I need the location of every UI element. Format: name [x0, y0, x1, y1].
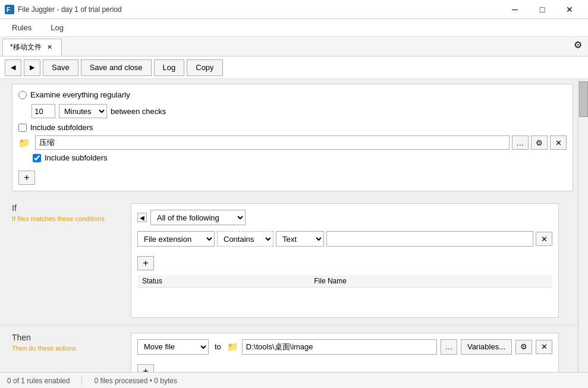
menu-bar: Rules Log	[0, 19, 588, 37]
condition-val-select[interactable]: Text Number	[276, 231, 324, 247]
interval-unit-select[interactable]: Minutes Hours Seconds	[59, 104, 107, 118]
between-label: between checks	[111, 107, 166, 116]
examine-radio-row: Examine everything regularly	[18, 90, 567, 99]
action-row-1: Move file Copy file Rename file Delete f…	[137, 339, 552, 355]
folder-row-1: 📁 … ⚙ ✕	[18, 135, 567, 150]
test-results-table: Status File Name	[137, 275, 552, 311]
close-button[interactable]: ✕	[556, 0, 583, 19]
if-section-content: ◀ All of the following Any of the follow…	[131, 203, 578, 318]
svg-text:F: F	[7, 7, 10, 13]
then-box: Move file Copy file Rename file Delete f…	[131, 333, 559, 373]
destination-settings-btn[interactable]: ⚙	[515, 340, 532, 354]
tab-active[interactable]: *移动文件 ✕	[2, 39, 62, 56]
title-bar: F File Juggler - day 1 of trial period ─…	[0, 0, 588, 19]
window-controls: ─ □ ✕	[501, 0, 583, 19]
menu-rules[interactable]: Rules	[2, 19, 41, 36]
tab-close-button[interactable]: ✕	[45, 43, 54, 52]
save-close-button[interactable]: Save and close	[81, 59, 152, 76]
scrollbar-thumb[interactable]	[579, 81, 588, 117]
content-area: Examine everything regularly Minutes Hou…	[0, 79, 578, 372]
examine-radio[interactable]	[18, 91, 27, 99]
subfolders-row: Include subfolders	[18, 123, 567, 132]
save-button[interactable]: Save	[43, 59, 78, 76]
condition-header: ◀ All of the following Any of the follow…	[137, 210, 552, 225]
status-divider	[81, 376, 82, 386]
folder-settings-box: Examine everything regularly Minutes Hou…	[12, 84, 573, 191]
maximize-button[interactable]: □	[529, 0, 556, 19]
examine-label: Examine everything regularly	[30, 90, 130, 99]
monitor-section: Examine everything regularly Minutes Hou…	[0, 84, 578, 191]
folder1-subfolders-checkbox[interactable]	[33, 154, 41, 162]
tab-label: *移动文件	[10, 42, 42, 52]
col-status: Status	[137, 275, 309, 288]
if-title: If	[12, 203, 119, 213]
folder1-subfolders-label: Include subfolders	[45, 153, 108, 162]
then-section-content: Move file Copy file Rename file Delete f…	[131, 333, 578, 373]
to-label: to	[215, 342, 221, 351]
folder-remove-btn-1[interactable]: ✕	[550, 135, 567, 150]
back-button[interactable]: ◀	[5, 59, 21, 76]
folder-input-1[interactable]	[35, 135, 510, 150]
add-action-btn[interactable]: +	[137, 364, 154, 373]
main-content: Examine everything regularly Minutes Hou…	[0, 79, 588, 372]
forward-button[interactable]: ▶	[24, 59, 40, 76]
test-results-body	[137, 288, 552, 311]
if-section-label: If If files matches these conditions	[0, 203, 131, 318]
condition-op-select[interactable]: Contains Equals Starts with	[217, 231, 273, 247]
condition-type-select[interactable]: File extension File name File size Date …	[137, 231, 215, 247]
destination-browse-btn[interactable]: …	[441, 339, 457, 355]
if-description: If files matches these conditions	[12, 215, 119, 222]
toolbar: ◀ ▶ Save Save and close Log Copy	[0, 56, 588, 79]
then-description: Then do these actions	[12, 345, 119, 352]
then-section: Then Then do these actions Move file Cop…	[0, 326, 578, 373]
settings-button[interactable]: ⚙	[568, 37, 588, 56]
log-button[interactable]: Log	[154, 59, 185, 76]
condition-text-input[interactable]	[326, 231, 533, 247]
add-folder-btn[interactable]: +	[18, 171, 35, 185]
col-filename: File Name	[309, 275, 552, 288]
status-bar: 0 of 1 rules enabled 0 files processed •…	[0, 372, 588, 388]
folder-icon-1: 📁	[18, 137, 30, 149]
rules-status: 0 of 1 rules enabled	[7, 377, 70, 385]
copy-button[interactable]: Copy	[187, 59, 222, 76]
action-type-select[interactable]: Move file Copy file Rename file Delete f…	[137, 339, 209, 355]
variables-btn[interactable]: Variables...	[461, 339, 512, 355]
include-subfolders-label: Include subfolders	[30, 123, 93, 132]
minimize-button[interactable]: ─	[501, 0, 529, 19]
destination-folder-icon: 📁	[227, 342, 238, 352]
menu-log[interactable]: Log	[41, 19, 73, 36]
condition-row-1: File extension File name File size Date …	[137, 231, 552, 247]
scrollbar[interactable]	[578, 79, 588, 372]
window-title: File Juggler - day 1 of trial period	[18, 5, 498, 14]
if-section: If If files matches these conditions ◀ A…	[0, 196, 578, 326]
destination-remove-btn[interactable]: ✕	[536, 340, 552, 354]
condition-group-select[interactable]: All of the following Any of the followin…	[150, 210, 246, 225]
folder-browse-btn-1[interactable]: …	[512, 135, 529, 150]
condition-remove-btn[interactable]: ✕	[536, 232, 552, 246]
add-condition-btn[interactable]: +	[137, 256, 154, 270]
app-icon: F	[5, 5, 14, 14]
destination-input[interactable]	[242, 339, 437, 355]
interval-row: Minutes Hours Seconds between checks	[32, 104, 567, 118]
then-section-label: Then Then do these actions	[0, 333, 131, 373]
if-box: ◀ All of the following Any of the follow…	[131, 203, 559, 318]
folder-settings-btn-1[interactable]: ⚙	[531, 135, 548, 150]
include-subfolders-checkbox[interactable]	[18, 124, 27, 132]
tab-bar: *移动文件 ✕	[0, 37, 568, 56]
interval-input[interactable]	[32, 104, 55, 118]
folder1-subfolders-row: Include subfolders	[33, 153, 567, 162]
collapse-btn[interactable]: ◀	[137, 213, 147, 222]
then-title: Then	[12, 333, 119, 342]
files-status: 0 files processed • 0 bytes	[94, 377, 177, 385]
